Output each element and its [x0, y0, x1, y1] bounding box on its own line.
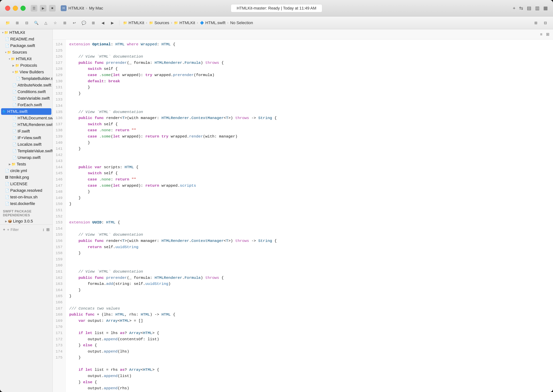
sidebar-item-htmlrenderer[interactable]: 📄 HTMLRenderer.swift	[0, 121, 52, 128]
sidebar-item-package-swift[interactable]: 📄 Package.swift	[0, 42, 52, 49]
layout-button-2[interactable]: ▥	[535, 5, 540, 11]
sidebar-label: HTMLDocument.swift	[18, 116, 53, 120]
sidebar-label: IF+View.swift	[18, 135, 41, 140]
pkg-icon-lingo: 📦	[8, 219, 12, 223]
filter-input-area[interactable]: ⌖ Filter	[7, 228, 41, 232]
sidebar-item-for-each[interactable]: 📄 ForEach.swift	[0, 102, 52, 108]
folder-icon-protocols: 📁	[15, 63, 19, 68]
code-area[interactable]: 124 125 126 127 128 129 130 131 132 133 …	[53, 40, 553, 392]
breadcrumb-selection[interactable]: No Selection	[230, 21, 253, 25]
breadcrumb-htmlkit[interactable]: 📁 HTMLKit	[123, 21, 144, 25]
target-name: My Mac	[89, 6, 103, 11]
file-icon-html: 🔷	[2, 110, 6, 113]
sidebar-item-test-linux[interactable]: 📄 test-on-linux.sh	[0, 194, 52, 200]
add-file-button[interactable]: +	[3, 227, 5, 232]
breadcrumb-file[interactable]: 🔷 HTML.swift	[200, 21, 225, 25]
sidebar-item-template-value[interactable]: 📄 TemplateValue.swift	[0, 148, 52, 154]
breadcrumb-sep-3: ›	[197, 21, 198, 25]
sidebar-item-tests[interactable]: ▶ 📁 Tests	[0, 161, 52, 168]
sidebar-item-license[interactable]: 📄 LICENSE	[0, 181, 52, 187]
sidebar-toggle-button[interactable]: ☰	[31, 5, 37, 12]
nav-btn-5[interactable]: ⊞	[62, 20, 68, 26]
add-button[interactable]: +	[513, 5, 516, 11]
layout-button-1[interactable]: ▤	[527, 5, 532, 11]
sidebar-item-conditions[interactable]: 📄 Conditions.swift	[0, 89, 52, 95]
sidebar-label: TemplateBuilder.swift	[21, 76, 53, 81]
sidebar-footer: + ⌖ Filter ↕ ⊞	[0, 224, 52, 235]
breadcrumb-htmlkit2[interactable]: 📁 HTMLKit	[174, 21, 195, 25]
editor-grid-view-btn[interactable]: ⊞	[546, 32, 549, 37]
sidebar-item-template-builder[interactable]: 📄 TemplateBuilder.swift	[0, 75, 52, 82]
nav-next-btn[interactable]: ▶	[109, 20, 116, 26]
nav-prev-btn[interactable]: ◀	[99, 20, 106, 26]
sidebar-item-package-resolved[interactable]: 📄 Package.resolved	[0, 187, 52, 194]
back-forward-button[interactable]: ⇆	[519, 5, 523, 11]
file-icon-ifv: 📄	[13, 136, 16, 140]
sidebar-item-htmldocument[interactable]: 📄 HTMLDocument.swift	[0, 115, 52, 121]
maximize-button[interactable]	[21, 6, 26, 11]
breadcrumb-label-htmlkit: HTMLKit	[129, 21, 144, 25]
sidebar-label: HTMLKit	[9, 30, 25, 35]
folder-icon-sources: 📁	[7, 50, 11, 54]
close-button[interactable]	[5, 6, 10, 11]
nav-btn-3[interactable]: △	[42, 20, 49, 26]
sidebar-item-protocols[interactable]: ▶ 📁 Protocols	[0, 62, 52, 69]
breadcrumb-sep-2: ›	[171, 21, 172, 25]
minimize-button[interactable]	[13, 6, 18, 11]
sidebar-item-lingo[interactable]: ▶ 📦 Lingo 3.0.5	[0, 218, 52, 224]
disclosure-icon: ▾	[13, 70, 14, 73]
disclosure-icon: ▶	[5, 220, 7, 223]
file-icon-uw: 📄	[13, 156, 16, 160]
file-icon-readme: 📄	[5, 37, 9, 41]
file-icon-tl: 📄	[5, 195, 9, 199]
breadcrumb-label-htmlkit2: HTMLKit	[179, 21, 195, 25]
sidebar-item-html-swift[interactable]: 🔷 HTML.swift	[1, 108, 51, 115]
nav-comment-btn[interactable]: 💬	[80, 20, 87, 26]
main-content: ▾ 📁 HTMLKit 📄 README.md 📄 Package.swift …	[0, 29, 553, 392]
titlebar-right: + ⇆ ▤ ▥ ▦	[513, 5, 548, 11]
sidebar-item-htmlkit-inner[interactable]: ▾ 📁 HTMLKit	[0, 56, 52, 62]
sidebar-item-sources[interactable]: ▾ 📁 Sources	[0, 49, 52, 56]
file-icon-df: 📄	[5, 202, 9, 206]
breadcrumb-sep-1: ›	[146, 21, 147, 25]
sidebar-item-if[interactable]: 📄 IF.swift	[0, 128, 52, 134]
sort-btn[interactable]: ↕	[42, 227, 44, 232]
sidebar-item-view-builders[interactable]: ▾ 📁 View Builders	[0, 69, 52, 75]
code-editor[interactable]: ≡ ⊞ 124 125 126 127 128 129 130 131 132 …	[53, 29, 553, 392]
breadcrumb-sources[interactable]: 📁 Sources	[149, 21, 169, 25]
search-btn[interactable]: 🔍	[33, 20, 40, 26]
stop-button[interactable]: ■	[49, 5, 56, 12]
sidebar-item-htmlkit-png[interactable]: 🖼 htmlkit.png	[0, 174, 52, 181]
sidebar-item-readme[interactable]: 📄 README.md	[0, 36, 52, 42]
sidebar-item-dockerfile[interactable]: 📄 test.dockerfile	[0, 200, 52, 207]
file-icon-circle: 📄	[5, 169, 9, 173]
nav-btn-2[interactable]: ⊟	[23, 20, 30, 26]
main-window: ☰ ▶ ■ H HTMLKit › My Mac HTMLKit-master:…	[0, 0, 553, 392]
options-btn[interactable]: ⊞	[46, 227, 49, 232]
run-button[interactable]: ▶	[40, 5, 46, 12]
editor-layout-btn-2[interactable]: ⊟	[542, 20, 549, 26]
sidebar-item-if-view[interactable]: 📄 IF+View.swift	[0, 134, 52, 141]
sidebar-item-circle[interactable]: 📄 circle.yml	[0, 168, 52, 174]
folder-icon-view-builders: 📁	[14, 70, 19, 74]
editor-list-view-btn[interactable]: ≡	[540, 32, 542, 37]
sidebar-item-date-variable[interactable]: 📄 DateVariable.swift	[0, 95, 52, 102]
sidebar-item-attribute-node[interactable]: 📄 AttributeNode.swift	[0, 82, 52, 89]
code-content[interactable]: extension Optional: HTML where Wrapped: …	[66, 40, 553, 392]
sidebar-label: circle.yml	[10, 168, 27, 173]
nav-btn-4[interactable]: ☆	[52, 20, 58, 26]
editor-layout-btn-1[interactable]: ⊞	[532, 20, 539, 26]
sidebar-label: README.md	[10, 37, 34, 42]
filter-icon: ⌖	[7, 228, 9, 232]
nav-folder-btn[interactable]: 📁	[4, 20, 11, 26]
nav-back-btn[interactable]: ↩	[71, 20, 77, 26]
folder-icon-htmlkit: 📁	[11, 57, 15, 61]
nav-grid-btn[interactable]: ⊞	[90, 20, 97, 26]
sidebar-label: HTMLKit	[16, 56, 32, 61]
htmlkit-folder-icon: 📁	[123, 21, 127, 25]
nav-btn-1[interactable]: ⊞	[14, 20, 21, 26]
layout-button-3[interactable]: ▦	[543, 5, 548, 11]
sidebar-item-localize[interactable]: 📄 Localize.swift	[0, 141, 52, 148]
sidebar-item-htmlkit-root[interactable]: ▾ 📁 HTMLKit	[0, 29, 52, 36]
sidebar-item-unwrap[interactable]: 📄 Unwrap.swift	[0, 154, 52, 161]
